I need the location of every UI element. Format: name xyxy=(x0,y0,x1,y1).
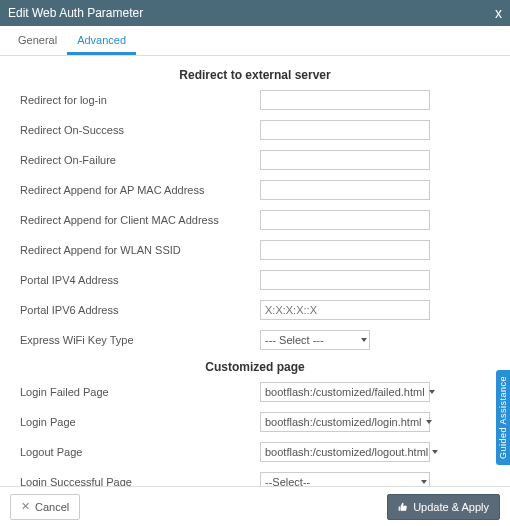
label-redirect-failure: Redirect On-Failure xyxy=(20,154,260,166)
apply-label: Update & Apply xyxy=(413,501,489,513)
tab-advanced[interactable]: Advanced xyxy=(67,26,136,55)
guided-assistance-tab[interactable]: Guided Assistance xyxy=(496,370,510,465)
label-login-failed: Login Failed Page xyxy=(20,386,260,398)
modal-title: Edit Web Auth Parameter xyxy=(8,6,143,20)
label-login-success: Login Successful Page xyxy=(20,476,260,486)
label-client-mac: Redirect Append for Client MAC Address xyxy=(20,214,260,226)
label-redirect-success: Redirect On-Success xyxy=(20,124,260,136)
select-login-value: bootflash:/customized/login.html xyxy=(265,416,422,428)
row-ipv6: Portal IPV6 Address xyxy=(20,300,490,320)
input-wlan-ssid[interactable] xyxy=(260,240,430,260)
cancel-button[interactable]: ✕ Cancel xyxy=(10,494,80,520)
input-ap-mac[interactable] xyxy=(260,180,430,200)
select-wifi-key[interactable]: --- Select --- xyxy=(260,330,370,350)
label-logout-page: Logout Page xyxy=(20,446,260,458)
select-login-failed-value: bootflash:/customized/failed.html xyxy=(265,386,425,398)
select-login-success-value: --Select-- xyxy=(265,476,310,486)
content-area: Redirect to external server Redirect for… xyxy=(0,56,510,486)
caret-down-icon xyxy=(429,390,435,394)
row-ap-mac: Redirect Append for AP MAC Address xyxy=(20,180,490,200)
x-icon: ✕ xyxy=(21,500,30,513)
row-login-success: Login Successful Page --Select-- --Selec… xyxy=(20,472,490,486)
tab-general[interactable]: General xyxy=(8,26,67,55)
select-login-page[interactable]: bootflash:/customized/login.html xyxy=(260,412,430,432)
section-redirect-title: Redirect to external server xyxy=(20,68,490,82)
row-redirect-failure: Redirect On-Failure xyxy=(20,150,490,170)
footer: ✕ Cancel Update & Apply xyxy=(0,486,510,526)
input-redirect-success[interactable] xyxy=(260,120,430,140)
input-redirect-login[interactable] xyxy=(260,90,430,110)
label-wlan-ssid: Redirect Append for WLAN SSID xyxy=(20,244,260,256)
row-wifi-key: Express WiFi Key Type --- Select --- xyxy=(20,330,490,350)
row-redirect-login: Redirect for log-in xyxy=(20,90,490,110)
label-wifi-key: Express WiFi Key Type xyxy=(20,334,260,346)
input-client-mac[interactable] xyxy=(260,210,430,230)
label-ipv4: Portal IPV4 Address xyxy=(20,274,260,286)
row-login-failed: Login Failed Page bootflash:/customized/… xyxy=(20,382,490,402)
update-apply-button[interactable]: Update & Apply xyxy=(387,494,500,520)
row-wlan-ssid: Redirect Append for WLAN SSID xyxy=(20,240,490,260)
section-customized-title: Customized page xyxy=(20,360,490,374)
row-client-mac: Redirect Append for Client MAC Address xyxy=(20,210,490,230)
caret-down-icon xyxy=(432,450,438,454)
cancel-label: Cancel xyxy=(35,501,69,513)
tab-bar: General Advanced xyxy=(0,26,510,56)
row-logout-page: Logout Page bootflash:/customized/logout… xyxy=(20,442,490,462)
input-ipv4[interactable] xyxy=(260,270,430,290)
input-ipv6[interactable] xyxy=(260,300,430,320)
close-icon[interactable]: x xyxy=(495,5,502,21)
select-wifi-key-value: --- Select --- xyxy=(265,334,324,346)
caret-down-icon xyxy=(426,420,432,424)
label-redirect-login: Redirect for log-in xyxy=(20,94,260,106)
caret-down-icon xyxy=(421,480,427,484)
select-login-failed[interactable]: bootflash:/customized/failed.html xyxy=(260,382,430,402)
label-ap-mac: Redirect Append for AP MAC Address xyxy=(20,184,260,196)
thumbs-up-icon xyxy=(398,502,408,512)
select-login-success[interactable]: --Select-- xyxy=(260,472,430,486)
caret-down-icon xyxy=(361,338,367,342)
select-logout-value: bootflash:/customized/logout.html xyxy=(265,446,428,458)
select-logout-page[interactable]: bootflash:/customized/logout.html xyxy=(260,442,430,462)
row-login-page: Login Page bootflash:/customized/login.h… xyxy=(20,412,490,432)
modal-header: Edit Web Auth Parameter x xyxy=(0,0,510,26)
row-ipv4: Portal IPV4 Address xyxy=(20,270,490,290)
input-redirect-failure[interactable] xyxy=(260,150,430,170)
label-login-page: Login Page xyxy=(20,416,260,428)
label-ipv6: Portal IPV6 Address xyxy=(20,304,260,316)
row-redirect-success: Redirect On-Success xyxy=(20,120,490,140)
